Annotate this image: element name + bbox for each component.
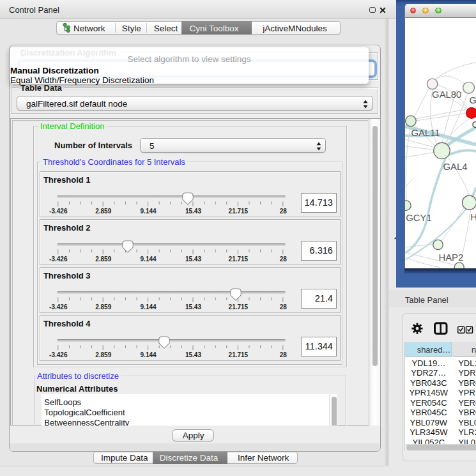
svg-text:GAL80: GAL80 bbox=[432, 89, 461, 100]
svg-text:GA: GA bbox=[469, 95, 476, 105]
svg-text:CY: CY bbox=[472, 119, 476, 130]
svg-text:GAL11: GAL11 bbox=[411, 128, 440, 138]
svg-text:GAL4: GAL4 bbox=[443, 161, 467, 171]
svg-text:HAP2: HAP2 bbox=[438, 252, 463, 262]
svg-text:GCY1: GCY1 bbox=[406, 212, 431, 222]
svg-text:H: H bbox=[470, 211, 476, 222]
